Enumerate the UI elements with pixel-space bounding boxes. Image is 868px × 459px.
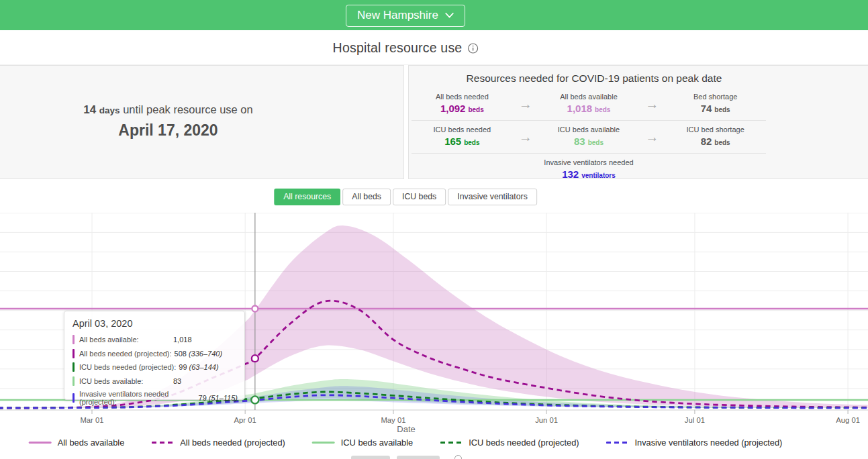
resource-tabs: All resourcesAll bedsICU bedsInvasive ve… [274, 189, 537, 205]
tab-icu-beds[interactable]: ICU beds [393, 189, 446, 205]
tooltip-row-range: (63–144) [189, 363, 219, 371]
tooltip-rows: All beds available:1,018All beds needed … [73, 335, 238, 406]
tooltip-row-label: All beds available: [79, 336, 171, 344]
x-axis-title: Date [397, 424, 415, 434]
resource-label: Invasive ventilators needed [538, 158, 640, 166]
region-selector-button[interactable]: New Hampshire [346, 5, 465, 27]
resource-unit: ventilators [581, 172, 616, 179]
resources-panel: Resources needed for COVID-19 patients o… [408, 65, 868, 179]
resource-value: 1,018beds [538, 103, 640, 115]
arrow-right-icon: → [513, 97, 538, 111]
info-icon[interactable] [467, 43, 478, 54]
resource-cell: Invasive ventilators needed132ventilator… [538, 158, 640, 181]
tooltip-row: All beds available:1,018 [73, 335, 238, 344]
resource-unit: beds [595, 106, 610, 113]
chevron-down-icon [445, 13, 454, 18]
tooltip-row: All beds needed (projected):508(336–740) [73, 349, 238, 358]
legend-swatch [312, 442, 335, 444]
tooltip-row: ICU beds needed (projected):99(63–144) [73, 362, 238, 372]
legend-label: ICU beds needed (projected) [469, 438, 579, 448]
resource-value: 82beds [665, 136, 766, 148]
resource-label: All beds needed [412, 93, 513, 101]
clipped-toggle-fragment [454, 455, 462, 459]
legend-item-all-beds-needed-projected-[interactable]: All beds needed (projected) [151, 438, 285, 448]
peak-days-number: 14 [83, 103, 96, 116]
resource-label: Bed shortage [665, 93, 766, 101]
legend-label: All beds available [58, 438, 125, 448]
tooltip-row-label: All beds needed (projected): [79, 350, 172, 358]
resource-number: 1,092 [440, 103, 466, 114]
tab-all-beds[interactable]: All beds [342, 189, 391, 205]
resource-label: ICU beds available [538, 125, 640, 134]
crosshair-marker [252, 306, 258, 312]
tooltip-row-value: 99(63–144) [179, 363, 218, 371]
resource-number: 132 [562, 168, 579, 180]
crosshair-marker [252, 355, 258, 362]
crosshair-marker [251, 396, 258, 403]
x-axis-tick-label: May 01 [381, 416, 405, 424]
resource-unit: beds [468, 106, 483, 113]
arrow-right-icon: → [639, 130, 665, 144]
legend-swatch [151, 442, 174, 444]
tab-all-resources[interactable]: All resources [274, 189, 340, 205]
legend-item-invasive-ventilators-needed-projected-[interactable]: Invasive ventilators needed (projected) [606, 438, 783, 448]
resource-number: 74 [701, 103, 712, 114]
resource-cell: ICU beds available83beds [538, 125, 640, 148]
page-title: Hospital resource use [333, 40, 463, 56]
tooltip-series-color-bar [73, 349, 75, 358]
resource-cell: ICU beds needed165beds [412, 125, 513, 148]
hospital-resource-chart[interactable]: Mar 01Apr 01May 01Jun 01Jul 01Aug 01Date… [0, 213, 868, 437]
x-axis-tick-label: Jun 01 [535, 416, 558, 424]
arrow-right-icon: → [639, 97, 665, 111]
resources-panel-title: Resources needed for COVID-19 patients o… [417, 72, 771, 85]
legend-item-all-beds-available[interactable]: All beds available [29, 438, 125, 448]
tab-invasive-ventilators[interactable]: Invasive ventilators [448, 189, 537, 205]
peak-days-word: days [99, 105, 120, 115]
top-green-bar: New Hampshire [0, 0, 868, 30]
resource-unit: beds [714, 106, 730, 113]
legend-item-icu-beds-needed-projected-[interactable]: ICU beds needed (projected) [440, 438, 579, 448]
region-selector-label: New Hampshire [357, 9, 438, 22]
x-axis-tick-label: Apr 01 [234, 416, 256, 424]
tooltip-series-color-bar [73, 393, 75, 403]
resource-unit: beds [588, 139, 604, 146]
resources-row: ICU beds needed165beds→ICU beds availabl… [412, 120, 766, 153]
peak-date-panel: 14 days until peak resource use on April… [0, 65, 404, 179]
resource-cell: Bed shortage74beds [665, 93, 766, 115]
legend-item-icu-beds-available[interactable]: ICU beds available [312, 438, 413, 448]
resource-value: 132ventilators [538, 168, 640, 181]
chart-legend: All beds availableAll beds needed (proje… [29, 438, 783, 448]
tooltip-row-value: 83 [173, 377, 181, 385]
resource-number: 1,018 [567, 103, 593, 114]
tooltip-series-color-bar [73, 376, 75, 386]
tooltip-row-label: ICU beds needed (projected): [79, 363, 176, 371]
resource-label: All beds available [538, 93, 640, 101]
tooltip-row-label: ICU beds available: [79, 377, 171, 385]
peak-rest-text: until peak resource use on [123, 103, 253, 115]
legend-label: ICU beds available [341, 438, 413, 448]
resource-cell: All beds available1,018beds [538, 93, 640, 115]
resource-value: 1,092beds [412, 103, 513, 115]
resources-row: Invasive ventilators needed132ventilator… [412, 153, 766, 186]
resource-value: 165beds [412, 136, 513, 148]
tooltip-series-color-bar [73, 335, 75, 344]
tooltip-date: April 03, 2020 [73, 318, 238, 329]
tooltip-row-range: (51–115) [209, 394, 238, 402]
tooltip-row-value: 1,018 [173, 336, 192, 344]
resources-rows: All beds needed1,092beds→All beds availa… [412, 88, 766, 186]
resource-unit: beds [714, 139, 730, 146]
tooltip-row: Invasive ventilators needed (projected):… [73, 390, 238, 406]
x-axis-tick-label: Jul 01 [685, 416, 705, 424]
resources-row: All beds needed1,092beds→All beds availa… [412, 88, 766, 120]
resource-cell: All beds needed1,092beds [412, 93, 513, 115]
resource-cell: ICU bed shortage82beds [665, 125, 766, 148]
chart-tooltip: April 03, 2020 All beds available:1,018A… [64, 311, 245, 400]
page-title-bar: Hospital resource use [0, 30, 868, 65]
clipped-control-fragment [397, 456, 440, 459]
tooltip-row: ICU beds available:83 [73, 376, 238, 386]
tooltip-row-value: 79(51–115) [199, 394, 238, 402]
legend-swatch [29, 442, 52, 444]
legend-label: All beds needed (projected) [180, 438, 285, 448]
resource-number: 82 [701, 136, 712, 147]
tooltip-row-value: 508(336–740) [175, 350, 223, 358]
